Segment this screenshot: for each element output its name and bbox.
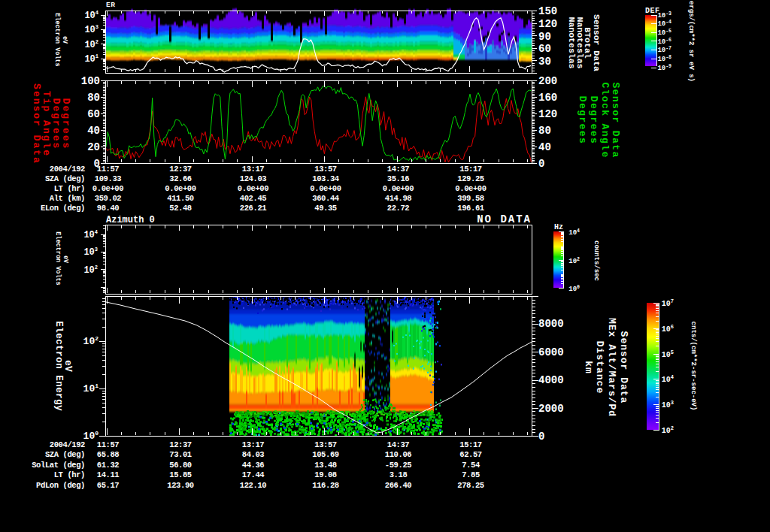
- svg-text:0: 0: [538, 158, 544, 170]
- svg-text:eV: eV: [62, 255, 69, 264]
- svg-text:84.03: 84.03: [242, 450, 265, 459]
- svg-text:10-6: 10-6: [657, 38, 671, 46]
- svg-text:Electron Volts: Electron Volts: [53, 13, 61, 66]
- svg-text:104: 104: [568, 228, 580, 237]
- svg-text:Azimuth 0: Azimuth 0: [106, 215, 155, 225]
- svg-text:116.28: 116.28: [312, 481, 339, 490]
- svg-text:122.10: 122.10: [240, 481, 267, 490]
- svg-text:40: 40: [538, 141, 551, 153]
- svg-text:12:37: 12:37: [169, 440, 192, 449]
- svg-text:11:57: 11:57: [97, 165, 120, 174]
- svg-text:411.50: 411.50: [167, 194, 194, 203]
- svg-text:40: 40: [87, 125, 100, 137]
- svg-text:km: km: [583, 361, 594, 374]
- svg-text:8000: 8000: [538, 318, 564, 330]
- svg-text:200: 200: [538, 75, 557, 87]
- svg-text:4000: 4000: [538, 374, 564, 386]
- svg-text:Degrees: Degrees: [50, 98, 62, 150]
- svg-text:12:37: 12:37: [169, 165, 192, 174]
- svg-text:124.03: 124.03: [240, 174, 267, 183]
- svg-text:MEx Alt/Mars/Pd: MEx Alt/Mars/Pd: [606, 318, 617, 417]
- svg-text:NO DATA: NO DATA: [477, 213, 532, 225]
- svg-text:PdLon (deg): PdLon (deg): [36, 481, 85, 490]
- svg-text:15:17: 15:17: [459, 440, 482, 449]
- svg-text:65.17: 65.17: [97, 481, 120, 490]
- svg-text:Hz: Hz: [554, 223, 563, 231]
- svg-text:35.16: 35.16: [387, 174, 410, 183]
- svg-text:100: 100: [568, 285, 580, 293]
- svg-text:150: 150: [538, 5, 557, 17]
- svg-text:80: 80: [87, 92, 100, 104]
- svg-text:56.80: 56.80: [169, 461, 192, 470]
- svg-text:ergs/(cm**2 sr eV s): ergs/(cm**2 sr eV s): [687, 1, 695, 82]
- svg-text:13:17: 13:17: [242, 165, 265, 174]
- svg-text:90: 90: [538, 31, 551, 43]
- svg-text:22.72: 22.72: [387, 204, 410, 213]
- svg-text:49.35: 49.35: [314, 204, 337, 213]
- svg-text:SZA (deg): SZA (deg): [45, 450, 85, 459]
- svg-text:32.66: 32.66: [169, 174, 192, 183]
- svg-text:17.44: 17.44: [242, 470, 265, 479]
- svg-text:Degrees: Degrees: [588, 96, 599, 144]
- svg-text:120: 120: [538, 108, 557, 120]
- svg-text:Degrees: Degrees: [577, 96, 588, 144]
- svg-text:73.01: 73.01: [169, 450, 192, 459]
- svg-text:101: 101: [84, 53, 99, 65]
- svg-text:10-7: 10-7: [657, 46, 671, 54]
- svg-text:Nanoteslas: Nanoteslas: [567, 17, 577, 68]
- svg-text:120: 120: [538, 18, 557, 30]
- svg-text:102: 102: [83, 335, 99, 347]
- svg-text:106: 106: [662, 324, 674, 334]
- svg-text:ELon (deg): ELon (deg): [41, 204, 85, 213]
- svg-text:Distance: Distance: [594, 341, 605, 394]
- svg-text:52.48: 52.48: [169, 204, 192, 213]
- svg-text:103: 103: [84, 24, 99, 35]
- svg-text:10-5: 10-5: [657, 29, 671, 37]
- svg-text:7.85: 7.85: [462, 470, 480, 479]
- svg-text:14:37: 14:37: [387, 165, 410, 174]
- svg-text:0.0e+00: 0.0e+00: [238, 184, 268, 193]
- svg-text:129.25: 129.25: [457, 174, 484, 183]
- svg-text:13.48: 13.48: [314, 461, 337, 470]
- svg-text:100: 100: [81, 75, 100, 87]
- svg-text:109.33: 109.33: [95, 174, 122, 183]
- svg-text:196.61: 196.61: [457, 204, 484, 213]
- svg-text:62.57: 62.57: [459, 450, 482, 459]
- svg-text:102: 102: [83, 264, 98, 276]
- svg-text:110.06: 110.06: [385, 450, 412, 459]
- svg-text:Alt (km): Alt (km): [50, 194, 85, 203]
- svg-text:cnts/(cm**2-sr-sec-eV): cnts/(cm**2-sr-sec-eV): [690, 322, 697, 411]
- svg-text:65.88: 65.88: [97, 450, 120, 459]
- svg-text:10-4: 10-4: [657, 20, 671, 28]
- svg-text:ER: ER: [106, 1, 115, 9]
- svg-text:61.32: 61.32: [97, 461, 120, 470]
- svg-text:eV: eV: [62, 360, 74, 372]
- svg-text:102: 102: [568, 257, 580, 265]
- svg-text:2004/192: 2004/192: [50, 440, 85, 449]
- svg-text:104: 104: [84, 10, 99, 21]
- svg-text:-59.25: -59.25: [385, 461, 412, 470]
- svg-text:60: 60: [538, 43, 551, 55]
- svg-text:Clock Angle: Clock Angle: [599, 82, 611, 158]
- svg-text:30: 30: [538, 56, 551, 68]
- svg-text:402.45: 402.45: [240, 194, 267, 203]
- svg-text:Sensor Data: Sensor Data: [618, 331, 629, 404]
- svg-text:123.90: 123.90: [167, 481, 194, 490]
- svg-text:0.0e+00: 0.0e+00: [455, 184, 486, 193]
- svg-text:414.98: 414.98: [385, 194, 412, 203]
- svg-text:Sensor Data: Sensor Data: [610, 82, 621, 158]
- svg-text:44.36: 44.36: [242, 461, 265, 470]
- svg-text:0: 0: [538, 431, 544, 443]
- svg-text:105: 105: [662, 349, 674, 359]
- svg-text:SolLat (deg): SolLat (deg): [32, 461, 85, 470]
- svg-text:15.85: 15.85: [169, 470, 192, 479]
- svg-text:0.0e+00: 0.0e+00: [165, 184, 196, 193]
- svg-text:7.54: 7.54: [462, 461, 480, 470]
- svg-text:14.11: 14.11: [97, 470, 120, 479]
- svg-text:103: 103: [662, 400, 674, 410]
- svg-text:eV: eV: [61, 36, 68, 44]
- svg-text:Tip Angle: Tip Angle: [41, 91, 52, 157]
- svg-text:10-9: 10-9: [657, 64, 671, 72]
- svg-text:107: 107: [662, 298, 674, 308]
- svg-text:SZA (deg): SZA (deg): [45, 174, 85, 183]
